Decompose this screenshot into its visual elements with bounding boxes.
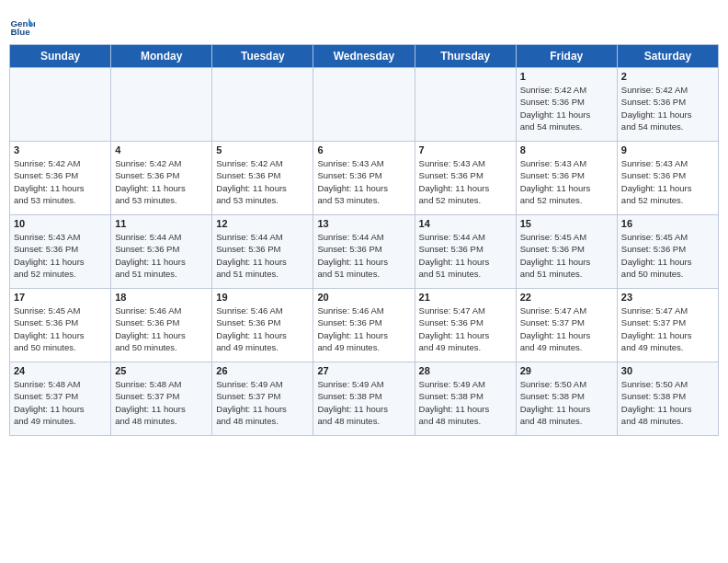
calendar-day-cell [313, 68, 415, 142]
day-info: Sunrise: 5:42 AM Sunset: 5:36 PM Dayligh… [216, 157, 309, 206]
day-info: Sunrise: 5:47 AM Sunset: 5:37 PM Dayligh… [520, 304, 613, 353]
day-number: 12 [216, 218, 309, 229]
calendar-day-cell: 3Sunrise: 5:42 AM Sunset: 5:36 PM Daylig… [10, 142, 111, 215]
day-number: 11 [115, 218, 208, 229]
day-number: 10 [14, 218, 107, 229]
weekday-header-cell: Tuesday [212, 45, 313, 68]
day-info: Sunrise: 5:49 AM Sunset: 5:38 PM Dayligh… [419, 378, 512, 427]
calendar-day-cell: 26Sunrise: 5:49 AM Sunset: 5:37 PM Dayli… [212, 362, 313, 436]
day-number: 27 [317, 365, 410, 376]
calendar-day-cell: 27Sunrise: 5:49 AM Sunset: 5:38 PM Dayli… [313, 362, 415, 436]
calendar-day-cell [212, 68, 313, 142]
day-number: 6 [317, 144, 410, 155]
calendar-day-cell: 24Sunrise: 5:48 AM Sunset: 5:37 PM Dayli… [10, 362, 111, 436]
calendar-day-cell: 5Sunrise: 5:42 AM Sunset: 5:36 PM Daylig… [212, 142, 313, 215]
calendar-day-cell: 6Sunrise: 5:43 AM Sunset: 5:36 PM Daylig… [313, 142, 415, 215]
day-info: Sunrise: 5:45 AM Sunset: 5:36 PM Dayligh… [520, 231, 613, 280]
calendar-day-cell: 23Sunrise: 5:47 AM Sunset: 5:37 PM Dayli… [617, 289, 718, 362]
calendar-day-cell: 13Sunrise: 5:44 AM Sunset: 5:36 PM Dayli… [313, 215, 415, 289]
day-info: Sunrise: 5:42 AM Sunset: 5:36 PM Dayligh… [520, 84, 613, 132]
day-number: 5 [216, 144, 309, 155]
calendar-day-cell: 8Sunrise: 5:43 AM Sunset: 5:36 PM Daylig… [516, 142, 617, 215]
calendar-week-row: 10Sunrise: 5:43 AM Sunset: 5:36 PM Dayli… [10, 215, 719, 289]
page-header: General Blue [9, 9, 719, 39]
day-info: Sunrise: 5:42 AM Sunset: 5:36 PM Dayligh… [14, 157, 107, 206]
weekday-header-cell: Thursday [415, 45, 516, 68]
calendar-day-cell: 19Sunrise: 5:46 AM Sunset: 5:36 PM Dayli… [212, 289, 313, 362]
day-info: Sunrise: 5:47 AM Sunset: 5:37 PM Dayligh… [621, 304, 714, 353]
day-number: 16 [621, 218, 714, 229]
calendar-day-cell: 12Sunrise: 5:44 AM Sunset: 5:36 PM Dayli… [212, 215, 313, 289]
calendar-day-cell: 14Sunrise: 5:44 AM Sunset: 5:36 PM Dayli… [415, 215, 516, 289]
calendar-day-cell: 30Sunrise: 5:50 AM Sunset: 5:38 PM Dayli… [617, 362, 718, 436]
day-info: Sunrise: 5:46 AM Sunset: 5:36 PM Dayligh… [317, 304, 410, 353]
svg-text:Blue: Blue [10, 27, 30, 37]
day-number: 24 [14, 365, 107, 376]
day-info: Sunrise: 5:48 AM Sunset: 5:37 PM Dayligh… [14, 378, 107, 427]
day-number: 17 [14, 292, 107, 303]
day-info: Sunrise: 5:47 AM Sunset: 5:36 PM Dayligh… [419, 304, 512, 353]
calendar-day-cell: 10Sunrise: 5:43 AM Sunset: 5:36 PM Dayli… [10, 215, 111, 289]
day-number: 15 [520, 218, 613, 229]
calendar-day-cell [111, 68, 212, 142]
calendar-week-row: 3Sunrise: 5:42 AM Sunset: 5:36 PM Daylig… [10, 142, 719, 215]
calendar-day-cell: 4Sunrise: 5:42 AM Sunset: 5:36 PM Daylig… [111, 142, 212, 215]
calendar-table: SundayMondayTuesdayWednesdayThursdayFrid… [9, 44, 719, 436]
calendar-day-cell [10, 68, 111, 142]
day-number: 29 [520, 365, 613, 376]
calendar-day-cell: 25Sunrise: 5:48 AM Sunset: 5:37 PM Dayli… [111, 362, 212, 436]
calendar-day-cell: 16Sunrise: 5:45 AM Sunset: 5:36 PM Dayli… [617, 215, 718, 289]
day-number: 21 [419, 292, 512, 303]
calendar-day-cell: 7Sunrise: 5:43 AM Sunset: 5:36 PM Daylig… [415, 142, 516, 215]
calendar-day-cell: 20Sunrise: 5:46 AM Sunset: 5:36 PM Dayli… [313, 289, 415, 362]
day-number: 9 [621, 144, 714, 155]
day-number: 25 [115, 365, 208, 376]
day-info: Sunrise: 5:45 AM Sunset: 5:36 PM Dayligh… [14, 304, 107, 353]
weekday-header-row: SundayMondayTuesdayWednesdayThursdayFrid… [10, 45, 719, 68]
day-info: Sunrise: 5:45 AM Sunset: 5:36 PM Dayligh… [621, 231, 714, 280]
day-number: 8 [520, 144, 613, 155]
calendar-day-cell: 9Sunrise: 5:43 AM Sunset: 5:36 PM Daylig… [617, 142, 718, 215]
day-info: Sunrise: 5:46 AM Sunset: 5:36 PM Dayligh… [216, 304, 309, 353]
calendar-day-cell: 15Sunrise: 5:45 AM Sunset: 5:36 PM Dayli… [516, 215, 617, 289]
day-number: 23 [621, 292, 714, 303]
day-number: 28 [419, 365, 512, 376]
calendar-day-cell: 21Sunrise: 5:47 AM Sunset: 5:36 PM Dayli… [415, 289, 516, 362]
calendar-day-cell: 29Sunrise: 5:50 AM Sunset: 5:38 PM Dayli… [516, 362, 617, 436]
day-number: 26 [216, 365, 309, 376]
day-number: 30 [621, 365, 714, 376]
weekday-header-cell: Saturday [617, 45, 718, 68]
calendar-day-cell: 18Sunrise: 5:46 AM Sunset: 5:36 PM Dayli… [111, 289, 212, 362]
day-info: Sunrise: 5:50 AM Sunset: 5:38 PM Dayligh… [621, 378, 714, 427]
calendar-day-cell [415, 68, 516, 142]
day-info: Sunrise: 5:49 AM Sunset: 5:38 PM Dayligh… [317, 378, 410, 427]
calendar-day-cell: 22Sunrise: 5:47 AM Sunset: 5:37 PM Dayli… [516, 289, 617, 362]
logo: General Blue [9, 13, 37, 39]
calendar-week-row: 17Sunrise: 5:45 AM Sunset: 5:36 PM Dayli… [10, 289, 719, 362]
calendar-body: 1Sunrise: 5:42 AM Sunset: 5:36 PM Daylig… [10, 68, 719, 436]
weekday-header-cell: Monday [111, 45, 212, 68]
calendar-week-row: 1Sunrise: 5:42 AM Sunset: 5:36 PM Daylig… [10, 68, 719, 142]
day-number: 19 [216, 292, 309, 303]
day-info: Sunrise: 5:44 AM Sunset: 5:36 PM Dayligh… [419, 231, 512, 280]
weekday-header-cell: Sunday [10, 45, 111, 68]
day-number: 2 [621, 71, 714, 82]
day-info: Sunrise: 5:43 AM Sunset: 5:36 PM Dayligh… [621, 157, 714, 206]
day-number: 14 [419, 218, 512, 229]
weekday-header-cell: Wednesday [313, 45, 415, 68]
day-info: Sunrise: 5:43 AM Sunset: 5:36 PM Dayligh… [14, 231, 107, 280]
day-info: Sunrise: 5:42 AM Sunset: 5:36 PM Dayligh… [621, 84, 714, 132]
day-info: Sunrise: 5:50 AM Sunset: 5:38 PM Dayligh… [520, 378, 613, 427]
day-number: 18 [115, 292, 208, 303]
day-info: Sunrise: 5:43 AM Sunset: 5:36 PM Dayligh… [419, 157, 512, 206]
calendar-day-cell: 17Sunrise: 5:45 AM Sunset: 5:36 PM Dayli… [10, 289, 111, 362]
calendar-day-cell: 1Sunrise: 5:42 AM Sunset: 5:36 PM Daylig… [516, 68, 617, 142]
calendar-day-cell: 11Sunrise: 5:44 AM Sunset: 5:36 PM Dayli… [111, 215, 212, 289]
weekday-header-cell: Friday [516, 45, 617, 68]
day-info: Sunrise: 5:43 AM Sunset: 5:36 PM Dayligh… [520, 157, 613, 206]
day-info: Sunrise: 5:42 AM Sunset: 5:36 PM Dayligh… [115, 157, 208, 206]
day-number: 20 [317, 292, 410, 303]
day-number: 22 [520, 292, 613, 303]
day-info: Sunrise: 5:49 AM Sunset: 5:37 PM Dayligh… [216, 378, 309, 427]
calendar-week-row: 24Sunrise: 5:48 AM Sunset: 5:37 PM Dayli… [10, 362, 719, 436]
